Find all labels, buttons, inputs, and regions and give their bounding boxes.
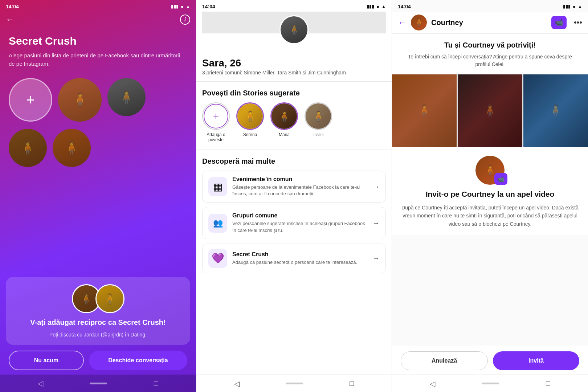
- groups-desc: Vezi persoanele sugerate înscrise în ace…: [232, 220, 367, 233]
- panel-secret-crush: 14:04 ▮▮▮ ● ▲ ← i Secret Crush Alege pas…: [0, 0, 196, 392]
- photo-3-icon: 🧍: [548, 104, 563, 118]
- secret-crush-card[interactable]: 💜 Secret Crush Adaugă ca pasiune secretă…: [202, 244, 386, 273]
- secret-crush-desc: Alege pasiuni din lista de prieteni de p…: [9, 52, 187, 68]
- add-story-circle: +: [202, 102, 230, 130]
- home-indicator-1: [90, 383, 107, 384]
- match-title: V-ați adăugat reciproc ca Secret Crush!: [30, 318, 166, 327]
- back-button-3[interactable]: ←: [398, 17, 407, 28]
- groups-title: Grupuri comune: [232, 212, 367, 219]
- events-icon: ▦: [213, 181, 222, 193]
- battery-icon-2: ▲: [381, 4, 386, 9]
- info-icon-1[interactable]: i: [180, 15, 190, 25]
- panel-2-scroll: 🧍 Sara, 26 3 prieteni comuni: Simone Mil…: [196, 12, 392, 375]
- events-desc: Găsește persoane de la evenimentele Face…: [232, 184, 367, 197]
- courtney-avatar-header: 🧍: [411, 15, 427, 30]
- courtney-photos-row: 🧍 🧍 🧍: [392, 74, 588, 147]
- photo-3-bg: 🧍: [523, 74, 588, 147]
- panel-1-content: Secret Crush Alege pasiuni din lista de …: [0, 28, 196, 277]
- secret-crush-arrow-icon: →: [372, 254, 380, 262]
- match-person-2: 🧍: [97, 285, 123, 312]
- profile-circles-row-2: 🧍 🧍: [9, 129, 187, 167]
- events-arrow-icon: →: [372, 183, 380, 191]
- profile-top-image: 🧍: [202, 12, 386, 33]
- secret-crush-icon-box: 💜: [208, 249, 227, 268]
- match-avatars: 🧍 🧍: [72, 284, 124, 313]
- events-card[interactable]: ▦ Evenimente în comun Găsește persoane d…: [202, 171, 386, 203]
- match-title-3: Tu și Courtney vă potriviți!: [401, 41, 579, 49]
- invite-video-badge: 📹: [494, 173, 507, 185]
- crush-person-2: 🧍: [107, 78, 146, 116]
- crush-circle-4[interactable]: 🧍: [53, 129, 91, 167]
- invite-desc: După ce Courtney îți acceptă invitația, …: [401, 204, 579, 228]
- crush-circle-3[interactable]: 🧍: [9, 129, 47, 167]
- status-bar-2: 14:04 ▮▮▮ ● ▲: [196, 0, 392, 12]
- back-button-1[interactable]: ←: [6, 15, 14, 24]
- match-desc-3: Te întrebi cum să începi conversația? At…: [401, 53, 579, 68]
- sara-avatar-icon: 🧍: [288, 24, 301, 36]
- match-subtitle: Poți discuta cu Jordan (@airjrdn) în Dat…: [49, 332, 147, 338]
- status-icons-3: ▮▮▮ ● ▲: [563, 4, 582, 9]
- photo-2-bg: 🧍: [458, 74, 522, 147]
- photo-3: 🧍: [523, 74, 588, 147]
- photo-1: 🧍: [392, 74, 457, 147]
- invite-button-3[interactable]: Invită: [493, 351, 579, 370]
- divider-2: [196, 150, 392, 150]
- square-nav-icon-1[interactable]: □: [154, 379, 158, 388]
- cancel-button-1[interactable]: Nu acum: [9, 351, 84, 370]
- secret-crush-title: Secret Crush: [9, 35, 187, 47]
- match-banner-3: Tu și Courtney vă potriviți! Te întrebi …: [392, 34, 588, 74]
- spacer-3: [392, 235, 588, 346]
- square-nav-icon-3[interactable]: □: [546, 379, 550, 388]
- crush-circle-2[interactable]: 🧍: [107, 78, 146, 116]
- sara-name: Sara, 26: [196, 54, 392, 70]
- story-circle-taylor: 🧍: [305, 102, 332, 130]
- stories-section-title: Povești din Stories sugerate: [196, 83, 392, 101]
- video-call-button[interactable]: 📹: [551, 16, 567, 29]
- square-nav-icon-2[interactable]: □: [350, 379, 354, 388]
- status-icons-2: ▮▮▮ ● ▲: [367, 4, 386, 9]
- open-conversation-button[interactable]: Deschide conversația: [89, 351, 187, 370]
- cancel-button-3[interactable]: Anulează: [401, 351, 488, 370]
- add-story-label: Adaugă o poveste: [202, 132, 230, 142]
- secret-crush-icon: 💜: [212, 252, 224, 264]
- time-2: 14:04: [202, 4, 215, 9]
- story-item-maria[interactable]: 🧍 Maria: [270, 102, 298, 142]
- taylor-label: Taylor: [313, 132, 324, 137]
- wifi-icon-2: ●: [376, 4, 379, 9]
- profile-header-2: 🧍: [196, 12, 392, 36]
- maria-avatar: 🧍: [271, 103, 297, 129]
- groups-card[interactable]: 👥 Grupuri comune Vezi persoanele sugerat…: [202, 207, 386, 239]
- story-item-taylor[interactable]: 🧍 Taylor: [305, 102, 332, 142]
- courtney-name-header: Courtney: [431, 19, 547, 27]
- story-item-serena[interactable]: 🧍 Serena: [236, 102, 264, 142]
- back-nav-icon-3[interactable]: ◁: [430, 379, 435, 388]
- crush-person-3: 🧍: [9, 129, 47, 167]
- profile-circles-row: + 🧍 🧍: [9, 78, 187, 122]
- maria-label: Maria: [279, 132, 290, 137]
- add-crush-circle[interactable]: +: [9, 78, 52, 122]
- photo-2: 🧍: [458, 74, 522, 147]
- groups-icon-box: 👥: [208, 214, 227, 233]
- crush-person-1: 🧍: [58, 78, 102, 122]
- wifi-icon-3: ●: [573, 4, 576, 9]
- match-person-icon-2: 🧍: [103, 293, 116, 305]
- profile-avatar-2: 🧍: [279, 15, 309, 44]
- panel-1-buttons: Nu acum Deschide conversația: [0, 345, 196, 375]
- panel-3-buttons: Anulează Invită: [392, 346, 588, 375]
- discover-section-title: Descoperă mai multe: [196, 151, 392, 169]
- add-story-plus: +: [204, 104, 228, 128]
- nav-bar-3: ◁ □: [392, 375, 588, 392]
- more-options-button[interactable]: •••: [574, 18, 582, 27]
- crush-circle-1[interactable]: 🧍: [58, 78, 102, 122]
- video-icon: 📹: [555, 19, 563, 26]
- courtney-avatar-icon: 🧍: [414, 18, 424, 27]
- back-nav-icon-2[interactable]: ◁: [234, 379, 240, 388]
- back-nav-icon-1[interactable]: ◁: [38, 379, 43, 388]
- serena-avatar: 🧍: [237, 103, 263, 129]
- panel-1-header: ← i: [0, 12, 196, 28]
- photo-2-icon: 🧍: [483, 104, 497, 118]
- match-avatar-2: 🧍: [95, 284, 124, 313]
- add-story-item[interactable]: + Adaugă o poveste: [202, 102, 230, 142]
- match-section: 🧍 🧍 V-ați adăugat reciproc ca Secret Cru…: [6, 277, 190, 345]
- courtney-avatar-img: 🧍: [411, 15, 427, 30]
